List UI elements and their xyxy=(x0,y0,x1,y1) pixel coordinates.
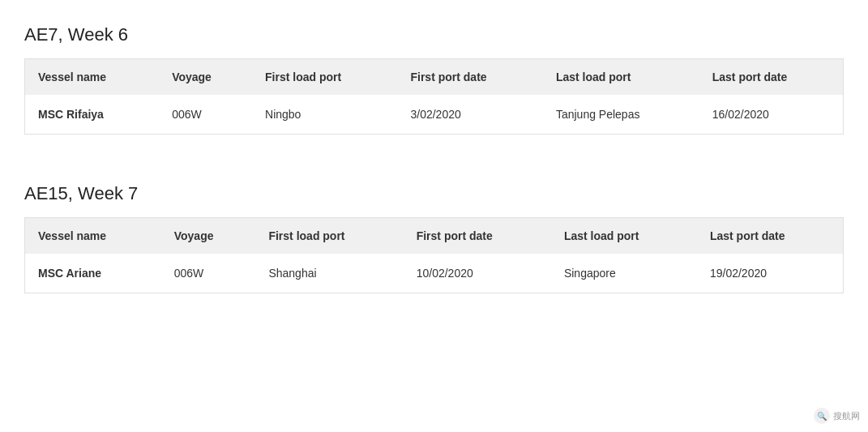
col-header-vessel_name: Vessel name xyxy=(25,218,161,254)
cell-voyage-0: 006W xyxy=(159,95,252,134)
col-header-last_load_port: Last load port xyxy=(543,59,699,95)
cell-vessel_name-0: MSC Rifaiya xyxy=(25,95,159,134)
watermark: 🔍搜航网 xyxy=(814,408,860,424)
cell-last_load_port-0: Tanjung Pelepas xyxy=(543,95,699,134)
table-ae15-week7: Vessel nameVoyageFirst load portFirst po… xyxy=(24,217,844,293)
cell-first_load_port-0: Ningbo xyxy=(252,95,397,134)
cell-vessel_name-0: MSC Ariane xyxy=(25,254,161,293)
col-header-last_port_date: Last port date xyxy=(699,59,843,95)
table-row: MSC Rifaiya006WNingbo3/02/2020Tanjung Pe… xyxy=(25,95,843,134)
table-ae7-week6: Vessel nameVoyageFirst load portFirst po… xyxy=(24,58,844,135)
watermark-icon: 🔍 xyxy=(814,408,830,424)
cell-last_port_date-0: 16/02/2020 xyxy=(699,95,843,134)
section-title-ae15-week7: AE15, Week 7 xyxy=(24,183,844,204)
cell-voyage-0: 006W xyxy=(161,254,256,293)
col-header-first_load_port: First load port xyxy=(255,218,403,254)
col-header-last_port_date: Last port date xyxy=(697,218,843,254)
cell-first_load_port-0: Shanghai xyxy=(255,254,403,293)
cell-last_load_port-0: Singapore xyxy=(551,254,697,293)
table-row: MSC Ariane006WShanghai10/02/2020Singapor… xyxy=(25,254,843,293)
col-header-last_load_port: Last load port xyxy=(551,218,697,254)
col-header-first_load_port: First load port xyxy=(252,59,397,95)
section-title-ae7-week6: AE7, Week 6 xyxy=(24,24,844,45)
cell-last_port_date-0: 19/02/2020 xyxy=(697,254,843,293)
col-header-first_port_date: First port date xyxy=(397,59,542,95)
cell-first_port_date-0: 10/02/2020 xyxy=(404,254,551,293)
col-header-vessel_name: Vessel name xyxy=(25,59,159,95)
col-header-voyage: Voyage xyxy=(161,218,256,254)
cell-first_port_date-0: 3/02/2020 xyxy=(397,95,542,134)
watermark-text: 搜航网 xyxy=(833,410,860,422)
col-header-first_port_date: First port date xyxy=(404,218,551,254)
col-header-voyage: Voyage xyxy=(159,59,252,95)
